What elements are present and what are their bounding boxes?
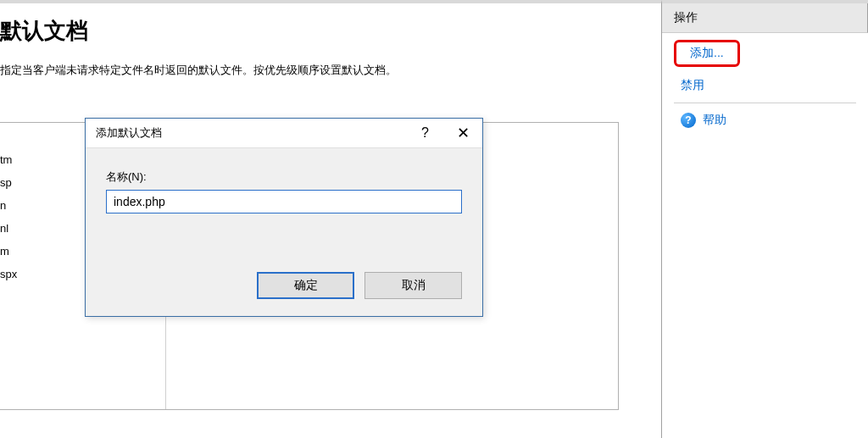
dialog-window-controls: ? ✕ [406, 119, 482, 148]
dialog-button-row: 确定 取消 [257, 272, 462, 299]
actions-panel: 操作 添加... 禁用 ? 帮助 [661, 0, 868, 438]
action-help-label: 帮助 [703, 113, 726, 128]
dialog-title: 添加默认文档 [96, 125, 162, 141]
page-description: 指定当客户端未请求特定文件名时返回的默认文件。按优先级顺序设置默认文档。 [0, 63, 661, 78]
name-input[interactable] [106, 190, 462, 213]
dialog-body: 名称(N): [86, 148, 482, 235]
action-add[interactable]: 添加... [690, 46, 724, 61]
action-divider [674, 103, 856, 103]
dialog-help-button[interactable]: ? [406, 119, 444, 148]
ok-button[interactable]: 确定 [257, 272, 354, 299]
name-field-label: 名称(N): [106, 169, 462, 185]
add-default-document-dialog: 添加默认文档 ? ✕ 名称(N): 确定 取消 [85, 118, 483, 317]
actions-list: 添加... 禁用 ? 帮助 [662, 33, 868, 141]
dialog-close-button[interactable]: ✕ [444, 119, 482, 148]
page-title: 默认文档 [0, 16, 661, 46]
cancel-button[interactable]: 取消 [364, 272, 462, 299]
help-icon: ? [681, 113, 696, 128]
dialog-titlebar[interactable]: 添加默认文档 ? ✕ [86, 119, 482, 148]
actions-panel-header: 操作 [662, 3, 868, 33]
main-content-area: 默认文档 指定当客户端未请求特定文件名时返回的默认文件。按优先级顺序设置默认文档… [0, 0, 661, 438]
action-disable[interactable]: 禁用 [674, 72, 856, 99]
action-add-highlight: 添加... [674, 40, 740, 67]
action-help[interactable]: ? 帮助 [674, 107, 856, 134]
